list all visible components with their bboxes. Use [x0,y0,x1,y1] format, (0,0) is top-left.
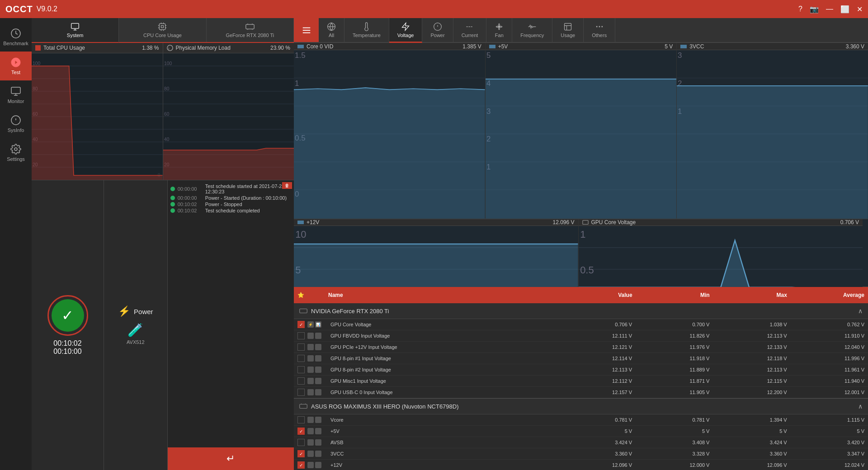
minimize-button[interactable]: — [826,5,833,13]
row-value: 12.096 V [557,462,632,468]
chart-plus5v: +5V 5 V 5 4 3 2 1 [486,43,677,219]
svg-rect-12 [161,26,164,28]
row-max: 12.096 V [712,462,787,468]
row-avg: 3.347 V [790,451,864,456]
tab-temperature[interactable]: Temperature [344,18,389,42]
close-button[interactable]: ✕ [857,5,863,14]
menu-button[interactable] [294,18,319,42]
vertical-divider[interactable] [863,219,868,287]
tab-fan[interactable]: Fan [486,18,512,42]
help-button[interactable]: ? [798,5,802,13]
row-icon [315,333,321,339]
row-checkbox[interactable]: ✓ [297,450,305,457]
row-avg: 11.996 V [790,356,864,361]
tab-all[interactable]: All [319,18,344,42]
tab-frequency[interactable]: Frequency [512,18,552,42]
log-entry-4: 00:10:02 Test schedule completed [170,207,291,214]
tab-others[interactable]: Others [584,18,615,42]
row-value: 3.360 V [557,451,632,456]
tab-geforce[interactable]: GeForce RTX 2080 Ti [207,18,294,42]
tab-all-label: All [329,33,334,38]
row-checkbox[interactable] [297,343,305,351]
maximize-button[interactable]: ⬜ [840,5,849,14]
svg-point-68 [596,26,597,27]
svg-text:40: 40 [164,137,170,142]
voltage-charts-row2: +12V 12.096 V 10 5 0 [294,219,868,287]
row-min: 11.918 V [635,356,709,361]
row-max: 12.113 V [712,333,787,338]
svg-text:0.5: 0.5 [580,264,594,276]
row-checkbox[interactable]: ✓ [297,321,305,328]
svg-rect-115 [300,404,307,409]
tab-frequency-label: Frequency [520,33,544,38]
row-max: 3.424 V [712,440,787,445]
tab-system-label: System [67,33,84,38]
row-name: GPU FBVDD Input Voltage [330,333,555,338]
table-row: GPU PCIe +12V Input Voltage 12.121 V 11.… [294,342,868,353]
tab-cpu-label: CPU Core Usage [143,33,182,38]
svg-rect-8 [71,24,79,29]
row-name: +12V [330,462,555,468]
sidebar-item-settings[interactable]: Settings [0,138,32,167]
tab-power[interactable]: Power [422,18,453,42]
row-value: 12.111 V [557,333,632,338]
tab-system[interactable]: System [32,18,119,43]
svg-point-67 [602,26,603,27]
sidebar-item-test[interactable]: Test [0,52,32,80]
row-checkbox[interactable]: ✓ [297,461,305,469]
log-area: 🗑 00:00:00 Test schedule started at 2021… [168,180,294,447]
row-checkbox[interactable] [297,332,305,339]
row-checkbox[interactable] [297,416,305,423]
device-header-asus: ASUS ROG MAXIMUS XIII HERO (Nuvoton NCT6… [294,398,868,414]
plus12v-indicator [297,221,304,224]
nvidia-collapse-button[interactable]: ∧ [858,307,863,315]
tab-voltage[interactable]: Voltage [389,18,423,43]
row-name: GPU 8-pin #2 Input Voltage [330,367,555,372]
row-min: 11.871 V [635,378,709,384]
screenshot-button[interactable]: 📷 [810,5,819,14]
tab-cpu-core-usage[interactable]: CPU Core Usage [119,18,206,42]
time-display-1: 00:10:02 [53,339,81,348]
row-checkbox[interactable] [297,366,305,373]
chart-gpu-core-voltage: GPU Core Voltage 0.706 V 1 0.5 0 [579,219,863,287]
plus12v-value: 12.096 V [552,219,574,226]
clear-log-button[interactable]: 🗑 [282,182,292,189]
log-dot-2 [170,196,175,200]
sidebar-item-sysinfo[interactable]: SysInfo [0,109,32,138]
row-icon [315,428,321,434]
3vcc-value: 3.360 V [846,43,864,50]
sidebar-item-benchmark[interactable]: Benchmark [0,23,32,52]
tab-usage-label: Usage [561,33,575,38]
log-entry-3: 00:10:02 Power - Stopped [170,201,291,207]
log-entry-1: 00:00:00 Test schedule started at 2021-0… [170,183,291,195]
row-value: 0.781 V [557,417,632,423]
row-max: 12.200 V [712,390,787,395]
row-checkbox[interactable] [297,439,305,446]
log-time-1: 00:00:00 [178,186,203,192]
row-checkbox[interactable] [297,389,305,396]
svg-text:60: 60 [164,112,170,117]
sidebar-label-settings: Settings [7,156,25,162]
app-version: V9.0.2 [37,5,57,13]
status-indicator: ✓ 00:10:02 00:10:00 [32,180,104,470]
svg-text:i: i [168,47,169,51]
chart-plus12v: +12V 12.096 V 10 5 0 [294,219,579,287]
asus-collapse-button[interactable]: ∧ [858,403,863,410]
row-checkbox[interactable] [297,377,305,385]
svg-marker-38 [32,66,163,180]
tab-current[interactable]: Current [453,18,487,42]
enter-button[interactable]: ↵ [168,447,294,470]
row-min: 12.000 V [635,462,709,468]
tab-usage[interactable]: Usage [552,18,584,42]
table-row: ✓ ⚡ 📊 GPU Core Voltage 0.706 V 0.700 V 1… [294,319,868,330]
row-checkbox[interactable]: ✓ [297,428,305,435]
plus5v-label: +5V [498,43,508,50]
cpu-usage-value: 1.38 % [142,45,159,51]
core0vid-canvas: 1.5 1 0.5 0 [294,50,485,219]
tab-fan-label: Fan [495,33,504,38]
plus5v-value: 5 V [665,43,673,50]
tab-current-label: Current [462,33,478,38]
sidebar-item-monitor[interactable]: Monitor [0,80,32,109]
svg-text:3: 3 [678,51,682,60]
row-checkbox[interactable] [297,355,305,362]
